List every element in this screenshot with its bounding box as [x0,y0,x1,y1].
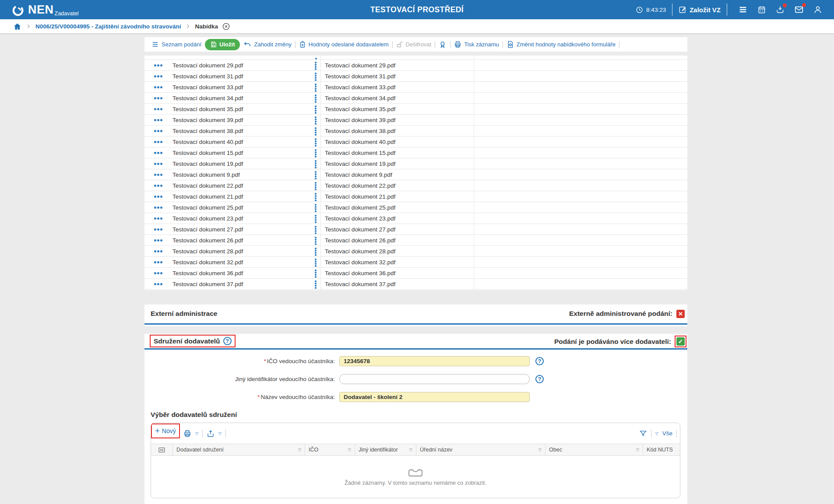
print-record-button[interactable]: Tisk záznamu [454,41,499,48]
row-drag-handle[interactable] [315,105,317,114]
column-header-uredni-nazev[interactable]: Úřední název▽ [416,444,545,455]
row-actions-icon[interactable] [154,174,162,176]
view-dropdown-icon[interactable]: ▽ [655,431,658,436]
table-row[interactable]: Testovací dokument 36.pdf Testovací doku… [144,268,687,279]
main-menu-button[interactable] [738,5,748,14]
row-actions-icon[interactable] [154,250,162,252]
view-all-button[interactable]: Vše [662,430,672,437]
row-actions-icon[interactable] [154,283,162,285]
row-actions-icon[interactable] [154,119,162,121]
decrypt-button[interactable]: Dešifrovat [396,41,432,48]
downloads-button[interactable] [776,5,785,14]
home-icon[interactable] [13,22,21,31]
help-icon[interactable]: ? [535,375,544,383]
filter-dropdown-icon[interactable]: ▽ [636,448,639,452]
table-row[interactable]: Testovací dokument 31.pdf Testovací doku… [144,71,687,82]
row-actions-icon[interactable] [154,130,162,132]
row-drag-handle[interactable] [315,62,317,70]
column-header-jiny-identifikator[interactable]: Jiný identifikátor▽ [355,444,416,455]
table-row[interactable]: Testovací dokument 26.pdf Testovací doku… [144,235,687,246]
row-actions-icon[interactable] [154,152,162,154]
save-button[interactable]: Uložit [205,39,240,50]
filter-dropdown-icon[interactable]: ▽ [409,448,412,452]
row-actions-icon[interactable] [154,217,162,220]
row-actions-icon[interactable] [154,196,162,198]
multi-supplier-checkbox[interactable]: ✓ [676,337,685,346]
table-row[interactable]: Testovací dokument 23.pdf Testovací doku… [144,213,687,224]
filter-icon[interactable] [639,430,647,438]
row-drag-handle[interactable] [315,138,317,147]
row-drag-handle[interactable] [315,193,317,201]
table-row[interactable]: Testovací dokument 19.pdf Testovací doku… [144,158,687,169]
help-icon[interactable]: ? [223,337,232,345]
row-actions-icon[interactable] [154,75,162,77]
row-drag-handle[interactable] [315,171,317,179]
new-button[interactable]: + Nový [155,427,176,434]
column-header-ico[interactable]: IČO▽ [305,444,355,455]
calendar-button[interactable] [757,5,766,14]
print-grid-icon[interactable] [183,430,191,438]
user-profile-button[interactable] [813,5,822,14]
table-row[interactable]: Testovací dokument 32.pdf Testovací doku… [144,257,687,268]
row-drag-handle[interactable] [315,127,317,136]
filter-dropdown-icon[interactable]: ▽ [348,448,351,452]
create-vz-button[interactable]: Založit VZ [679,6,721,14]
table-row[interactable]: Testovací dokument 22.pdf Testovací doku… [144,180,687,191]
row-drag-handle[interactable] [315,237,317,245]
discard-changes-button[interactable]: Zahodit změny [243,41,291,49]
row-actions-icon[interactable] [154,261,162,263]
table-row[interactable]: Testovací dokument 9.pdf Testovací dokum… [144,169,687,180]
row-drag-handle[interactable] [315,248,317,256]
row-actions-icon[interactable] [154,86,162,88]
column-header-obec[interactable]: Obec▽ [545,444,643,455]
row-drag-handle[interactable] [315,215,317,223]
messages-button[interactable] [794,5,804,14]
help-icon[interactable]: ? [535,357,544,365]
print-dropdown-icon[interactable]: ▽ [195,431,198,436]
table-row[interactable]: Testovací dokument 35.pdf Testovací doku… [144,104,687,115]
table-row[interactable]: Testovací dokument 25.pdf Testovací doku… [144,202,687,213]
table-row[interactable]: Testovací dokument 34.pdf Testovací doku… [144,93,687,104]
nen-logo[interactable]: NEN Zadavatel [0,1,78,18]
table-row[interactable]: Testovací dokument 27.pdf Testovací doku… [144,224,687,235]
row-drag-handle[interactable] [315,160,317,168]
row-drag-handle[interactable] [315,182,317,190]
row-actions-icon[interactable] [154,163,162,165]
row-actions-icon[interactable] [154,228,162,231]
close-tab-icon[interactable] [222,22,230,31]
table-row[interactable]: Testovací dokument 33.pdf Testovací doku… [144,82,687,93]
breadcrumb-procurement-link[interactable]: N006/25/V00004995 - Zajištění závodního … [35,23,181,30]
supplier-values-button[interactable]: Hodnoty odeslané dodavatelem [299,41,389,48]
export-dropdown-icon[interactable]: ▽ [218,431,222,436]
row-drag-handle[interactable] [315,94,317,103]
certificate-button[interactable] [439,41,447,49]
row-drag-handle[interactable] [315,84,317,92]
table-row[interactable]: Testovací dokument 38.pdf Testovací doku… [144,126,687,136]
table-row[interactable]: Testovací dokument 28.pdf Testovací doku… [144,246,687,257]
row-actions-icon[interactable] [154,185,162,187]
row-actions-icon[interactable] [154,272,162,274]
column-header-dodavatel[interactable]: Dodavatel sdružení▽ [173,444,305,455]
table-row[interactable]: Testovací dokument 37.pdf Testovací doku… [144,279,687,290]
ico-field[interactable] [339,356,530,366]
row-actions-icon[interactable] [154,206,162,209]
row-drag-handle[interactable] [315,280,317,289]
table-row[interactable]: Testovací dokument 15.pdf Testovací doku… [144,147,687,158]
table-row[interactable]: Testovací dokument 21.pdf Testovací doku… [144,191,687,202]
other-identifier-field[interactable] [339,374,530,384]
row-drag-handle[interactable] [315,226,317,234]
external-administration-checkbox[interactable]: ✕ [676,310,685,318]
row-actions-icon[interactable] [154,64,162,66]
column-settings-button[interactable] [151,444,173,455]
column-header-kod-nuts[interactable]: Kód NUTS [643,444,680,455]
row-drag-handle[interactable] [315,204,317,212]
row-drag-handle[interactable] [315,73,317,81]
filter-dropdown-icon[interactable]: ▽ [298,448,301,452]
row-actions-icon[interactable] [154,141,162,143]
row-drag-handle[interactable] [315,270,317,278]
change-form-values-button[interactable]: Změnit hodnoty nabídkového formuláře [507,41,616,48]
row-actions-icon[interactable] [154,239,162,242]
filter-dropdown-icon[interactable]: ▽ [538,448,542,452]
row-drag-handle[interactable] [315,116,317,125]
seznam-podani-button[interactable]: Seznam podání [151,41,201,48]
